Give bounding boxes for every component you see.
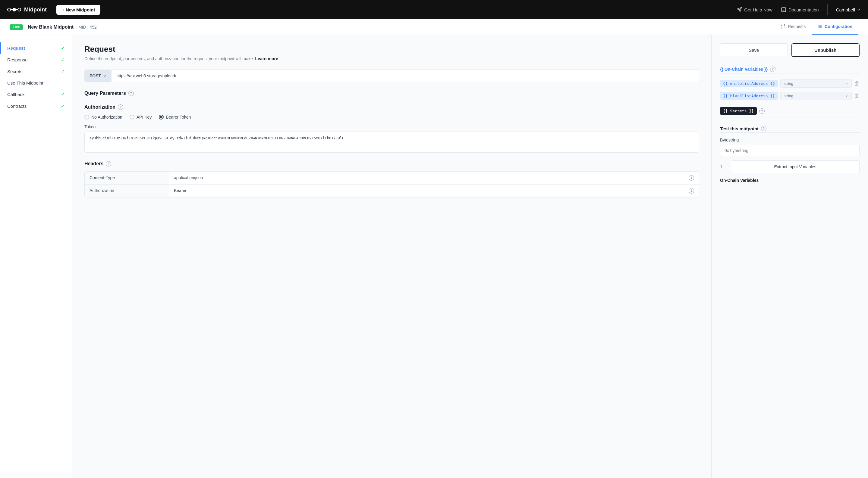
auth-help-icon[interactable]: ? — [118, 104, 123, 110]
unpublish-button[interactable]: Unpublish — [792, 43, 860, 57]
logo-icon — [7, 6, 21, 13]
on-chain-vars-bottom-label: On-Chain Variables — [720, 178, 860, 183]
header-key-content-type: Content-Type — [85, 172, 169, 184]
headers-table: Content-Type application/json ℹ Authoriz… — [84, 171, 699, 198]
callback-check-icon: ✓ — [61, 92, 65, 97]
secrets-title: [[ Secrets ]] ? — [720, 107, 860, 115]
auth-api-key[interactable]: API Key — [130, 115, 152, 120]
sidebar-item-secrets[interactable]: Secrets ✓ — [0, 66, 72, 77]
get-help-link[interactable]: Get Help Now — [737, 7, 772, 12]
on-chain-vars-section: {{ On-Chain Variables }} ? {{ whitelistA… — [720, 67, 860, 100]
sidebar-item-contracts[interactable]: Contracts ✓ — [0, 100, 72, 112]
secrets-section: [[ Secrets ]] ? — [720, 107, 860, 117]
logo-text: Midpoint — [24, 7, 47, 13]
on-chain-vars-title: {{ On-Chain Variables }} ? — [720, 67, 860, 72]
documentation-link[interactable]: Documentation — [781, 7, 819, 12]
whitelist-delete-icon[interactable]: 🗑 — [854, 80, 860, 87]
tab-requests[interactable]: Requests — [775, 19, 812, 35]
extract-btn-row: 1. Extract Input Variables — [720, 161, 860, 173]
live-badge: Live — [10, 24, 23, 30]
header-value-content-type: application/json — [169, 172, 684, 184]
url-input[interactable] — [112, 70, 699, 82]
sidebar-item-response[interactable]: Response ✓ — [0, 54, 72, 66]
blacklist-delete-icon[interactable]: 🗑 — [854, 93, 860, 99]
test-help-icon[interactable]: ? — [761, 126, 767, 131]
table-row: Authorization Bearer ℹ — [85, 184, 699, 197]
nav-right: Get Help Now Documentation Campbell — [737, 4, 861, 15]
bytestring-input[interactable] — [720, 145, 860, 156]
query-params-header: Query Parameters ? — [84, 91, 699, 96]
api-key-radio[interactable] — [130, 115, 134, 120]
blacklist-chevron-icon — [845, 94, 848, 98]
svg-point-2 — [18, 8, 21, 11]
token-box[interactable]: eyJhbGciOiJIUzI1NiIsInR5cCI6IkpXVCJ9.eyJ… — [84, 132, 699, 152]
header-info-auth: ℹ — [684, 184, 699, 197]
secrets-tag: [[ Secrets ]] — [720, 107, 757, 115]
content-type-info-icon[interactable]: ℹ — [689, 175, 694, 181]
query-params-help-icon[interactable]: ? — [128, 91, 134, 96]
auth-no-auth[interactable]: No Authorization — [84, 115, 122, 120]
tab-configuration[interactable]: Configuration — [812, 19, 858, 35]
blacklist-type[interactable]: string — [780, 92, 852, 100]
page-title: Request — [84, 44, 699, 54]
svg-point-0 — [7, 8, 10, 11]
extract-button[interactable]: Extract Input Variables — [731, 161, 860, 173]
send-icon — [737, 7, 742, 12]
nav-divider — [827, 4, 828, 15]
variable-row-whitelist: {{ whitelistAddress }} string 🗑 — [720, 79, 860, 88]
chevron-down-icon — [857, 7, 861, 12]
whitelist-tag: {{ whitelistAddress }} — [720, 80, 778, 87]
action-buttons: Save Unpublish — [720, 43, 860, 57]
mid-id: MID : 452 — [79, 25, 97, 30]
auth-options: No Authorization API Key Bearer Token — [84, 115, 699, 120]
sidebar-item-callback[interactable]: Callback ✓ — [0, 89, 72, 100]
url-row: POST — [84, 70, 699, 82]
contracts-check-icon: ✓ — [61, 103, 65, 109]
doc-icon — [781, 7, 786, 12]
headers-section: Headers ? Content-Type application/json … — [84, 161, 699, 198]
config-icon — [818, 24, 823, 29]
variable-row-blacklist: {{ blacklistAddress }} string 🗑 — [720, 92, 860, 100]
save-button[interactable]: Save — [720, 43, 788, 57]
auth-section: Authorization ? No Authorization API Key… — [84, 104, 699, 152]
auth-info-icon[interactable]: ℹ — [689, 188, 694, 194]
header-key-auth: Authorization — [85, 184, 169, 197]
learn-more-link[interactable]: Learn more → — [255, 56, 284, 61]
headers-help-icon[interactable]: ? — [106, 161, 111, 166]
on-chain-divider — [720, 73, 860, 73]
headers-header: Headers ? — [84, 161, 699, 166]
test-midpoint-title: Test this midpoint ? — [720, 126, 860, 131]
method-dropdown[interactable]: POST — [85, 70, 112, 82]
step-number: 1. — [720, 164, 727, 169]
blacklist-tag: {{ blacklistAddress }} — [720, 92, 778, 100]
sub-nav-tabs: Requests Configuration — [775, 19, 858, 35]
main-layout: Request ✓ Response ✓ Secrets ✓ Use This … — [0, 35, 868, 478]
response-check-icon: ✓ — [61, 57, 65, 63]
auth-bearer-token[interactable]: Bearer Token — [159, 115, 191, 120]
bytestring-label: Bytestring — [720, 138, 860, 142]
new-midpoint-button[interactable]: + New Midpoint — [56, 5, 100, 15]
top-nav: Midpoint + New Midpoint Get Help Now Doc… — [0, 0, 868, 19]
on-chain-vars-help-icon[interactable]: ? — [770, 67, 775, 72]
whitelist-type[interactable]: string — [780, 79, 852, 88]
header-info-content-type: ℹ — [684, 172, 699, 184]
logo-area: Midpoint — [7, 6, 47, 13]
request-check-icon: ✓ — [61, 45, 65, 51]
header-value-auth: Bearer — [169, 184, 684, 197]
sidebar-item-request[interactable]: Request ✓ — [0, 42, 72, 54]
sidebar-item-use-midpoint[interactable]: Use This Midpoint — [0, 77, 72, 89]
whitelist-chevron-icon — [845, 82, 848, 86]
page-desc: Define the endpoint, parameters, and aut… — [84, 56, 699, 61]
secrets-check-icon: ✓ — [61, 69, 65, 74]
test-divider — [720, 132, 860, 133]
user-menu[interactable]: Campbell — [836, 7, 861, 12]
bearer-token-radio[interactable] — [159, 115, 164, 120]
no-auth-radio[interactable] — [84, 115, 89, 120]
sub-header: Live New Blank Midpoint MID : 452 Reques… — [0, 19, 868, 35]
auth-header: Authorization ? — [84, 104, 699, 110]
midpoint-name: New Blank Midpoint — [28, 24, 73, 30]
sidebar: Request ✓ Response ✓ Secrets ✓ Use This … — [0, 35, 72, 478]
secrets-help-icon[interactable]: ? — [759, 108, 765, 114]
svg-point-1 — [13, 8, 16, 11]
content-area: Request Define the endpoint, parameters,… — [72, 35, 711, 478]
